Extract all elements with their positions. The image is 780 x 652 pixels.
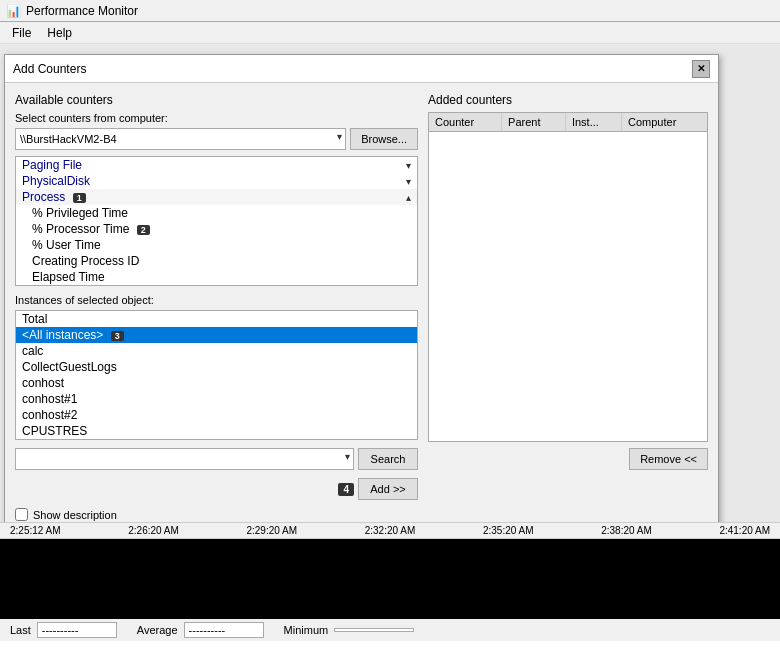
menu-bar: File Help: [0, 22, 780, 44]
col-parent: Parent: [502, 113, 566, 132]
added-counters-table: Counter Parent Inst... Computer: [428, 112, 708, 442]
time-label-0: 2:25:12 AM: [10, 525, 61, 536]
average-value: ----------: [184, 622, 264, 638]
stats-row: Last ---------- Average ---------- Minim…: [0, 619, 780, 641]
instance-collect-guest-logs[interactable]: CollectGuestLogs: [16, 359, 417, 375]
app-title-bar: 📊 Performance Monitor: [0, 0, 780, 22]
instances-container[interactable]: Total <All instances> 3 calc CollectGues…: [15, 310, 418, 440]
last-label: Last: [10, 624, 31, 636]
expand-icon-paging-file: ▾: [406, 160, 411, 171]
col-computer: Computer: [622, 113, 707, 132]
sub-item-privileged-time[interactable]: % Privileged Time: [16, 205, 417, 221]
counter-item-process[interactable]: Process 1 ▴: [16, 189, 417, 205]
dialog-title-bar: Add Counters ✕: [5, 55, 718, 83]
left-panel: Available counters Select counters from …: [15, 93, 418, 521]
counter-item-physical-disk[interactable]: PhysicalDisk ▾: [16, 173, 417, 189]
time-label-1: 2:26:20 AM: [128, 525, 179, 536]
add-button[interactable]: Add >>: [358, 478, 418, 500]
computer-select-wrapper[interactable]: \\BurstHackVM2-B4: [15, 128, 346, 150]
minimum-label: Minimum: [284, 624, 329, 636]
menu-help[interactable]: Help: [39, 24, 80, 42]
search-dropdown[interactable]: [15, 448, 354, 470]
counter-item-paging-file[interactable]: Paging File ▾: [16, 157, 417, 173]
average-label: Average: [137, 624, 178, 636]
instance-conhost2[interactable]: conhost#2: [16, 407, 417, 423]
computer-row: \\BurstHackVM2-B4 Browse...: [15, 128, 418, 150]
instance-all-instances[interactable]: <All instances> 3: [16, 327, 417, 343]
process-badge: 1: [73, 193, 86, 203]
added-counters-label: Added counters: [428, 93, 708, 107]
time-label-2: 2:29:20 AM: [246, 525, 297, 536]
instances-label: Instances of selected object:: [15, 294, 418, 306]
remove-button[interactable]: Remove <<: [629, 448, 708, 470]
computer-select-label: Select counters from computer:: [15, 112, 418, 124]
time-axis: 2:25:12 AM 2:26:20 AM 2:29:20 AM 2:32:20…: [0, 523, 780, 539]
col-counter: Counter: [429, 113, 502, 132]
app-title: Performance Monitor: [26, 4, 138, 18]
counter-label-physical-disk: PhysicalDisk: [22, 174, 90, 188]
time-label-5: 2:38:20 AM: [601, 525, 652, 536]
minimum-value: [334, 628, 414, 632]
last-value: ----------: [37, 622, 117, 638]
add-row: 4 Add >>: [15, 478, 418, 500]
main-area: Add Counters ✕ Available counters Select…: [0, 44, 780, 652]
right-panel: Added counters Counter Parent Inst... Co…: [428, 93, 708, 521]
available-counters-label: Available counters: [15, 93, 418, 107]
graph-canvas: [0, 539, 780, 619]
all-instances-badge: 3: [111, 331, 124, 341]
remove-btn-row: Remove <<: [428, 448, 708, 470]
counter-table: Counter Parent Inst... Computer: [429, 113, 707, 132]
sub-item-processor-time[interactable]: % Processor Time 2: [16, 221, 417, 237]
instance-conhost[interactable]: conhost: [16, 375, 417, 391]
counter-list: Paging File ▾ PhysicalDisk ▾ Process 1 ▴: [16, 157, 417, 286]
stat-last: Last ----------: [10, 622, 117, 638]
browse-button[interactable]: Browse...: [350, 128, 418, 150]
stat-average: Average ----------: [137, 622, 264, 638]
expand-icon-process: ▴: [406, 192, 411, 203]
processor-time-badge: 2: [137, 225, 150, 235]
time-label-3: 2:32:20 AM: [365, 525, 416, 536]
counter-label-process: Process 1: [22, 190, 86, 204]
show-description-label: Show description: [33, 509, 117, 521]
instance-total[interactable]: Total: [16, 311, 417, 327]
sub-item-user-time[interactable]: % User Time: [16, 237, 417, 253]
dialog-title: Add Counters: [13, 62, 86, 76]
instance-calc[interactable]: calc: [16, 343, 417, 359]
counter-list-container[interactable]: Paging File ▾ PhysicalDisk ▾ Process 1 ▴: [15, 156, 418, 286]
menu-file[interactable]: File: [4, 24, 39, 42]
search-select-wrapper[interactable]: [15, 448, 354, 470]
sub-item-handle-count[interactable]: Handle Count: [16, 285, 417, 286]
stat-minimum: Minimum: [284, 624, 415, 636]
counter-label-paging-file: Paging File: [22, 158, 82, 172]
col-inst: Inst...: [565, 113, 621, 132]
dialog-body: Available counters Select counters from …: [5, 83, 718, 531]
computer-select[interactable]: \\BurstHackVM2-B4: [15, 128, 346, 150]
add-counters-dialog: Add Counters ✕ Available counters Select…: [4, 54, 719, 573]
sub-item-creating-process-id[interactable]: Creating Process ID: [16, 253, 417, 269]
checkbox-row: Show description: [15, 508, 418, 521]
graph-area: 2:25:12 AM 2:26:20 AM 2:29:20 AM 2:32:20…: [0, 522, 780, 652]
sub-item-elapsed-time[interactable]: Elapsed Time: [16, 269, 417, 285]
show-description-checkbox[interactable]: [15, 508, 28, 521]
search-row: Search: [15, 448, 418, 470]
instance-cpustres[interactable]: CPUSTRES: [16, 423, 417, 439]
instance-conhost1[interactable]: conhost#1: [16, 391, 417, 407]
dialog-close-button[interactable]: ✕: [692, 60, 710, 78]
time-label-6: 2:41:20 AM: [719, 525, 770, 536]
expand-icon-physical-disk: ▾: [406, 176, 411, 187]
add-badge: 4: [338, 483, 354, 496]
search-button[interactable]: Search: [358, 448, 418, 470]
app-icon: 📊: [6, 4, 21, 18]
time-label-4: 2:35:20 AM: [483, 525, 534, 536]
